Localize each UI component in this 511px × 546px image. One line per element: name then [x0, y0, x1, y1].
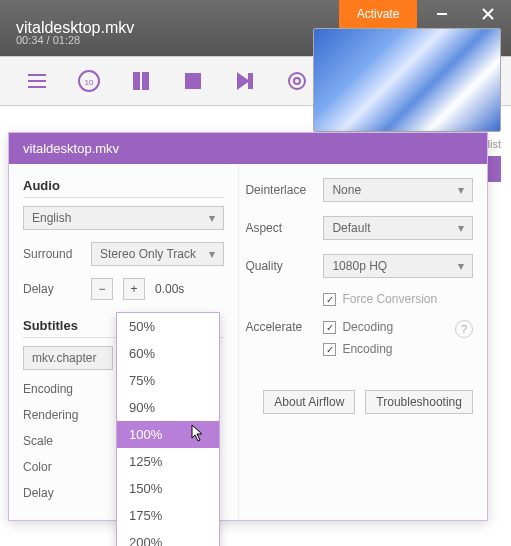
subtitle-delay-label: Delay	[23, 486, 81, 500]
minimize-button[interactable]	[419, 0, 465, 28]
popover-title: vitaldesktop.mkv	[9, 133, 487, 164]
svg-rect-9	[143, 73, 148, 89]
audio-delay-value: 0.00s	[155, 282, 184, 296]
deinterlace-value: None	[332, 183, 361, 197]
decoding-checkbox[interactable]: Decoding	[323, 320, 445, 334]
chevron-down-icon: ▾	[458, 221, 464, 235]
playback-time: 00:34 / 01:28	[16, 34, 80, 46]
activate-button[interactable]: Activate	[339, 0, 417, 28]
force-conversion-label: Force Conversion	[342, 292, 437, 306]
stop-icon[interactable]	[180, 68, 206, 94]
audio-language-select[interactable]: English ▾	[23, 206, 224, 230]
audio-heading: Audio	[23, 178, 224, 198]
quality-label: Quality	[245, 259, 323, 273]
svg-marker-11	[238, 74, 248, 88]
quality-select[interactable]: 1080p HQ ▾	[323, 254, 473, 278]
surround-label: Surround	[23, 247, 81, 261]
svg-point-13	[289, 73, 305, 89]
audio-language-value: English	[32, 211, 71, 225]
aspect-value: Default	[332, 221, 370, 235]
video-thumbnail	[313, 28, 501, 132]
svg-rect-10	[186, 74, 200, 88]
next-icon[interactable]	[232, 68, 258, 94]
encoding-label: Encoding	[342, 342, 392, 356]
scale-label: Scale	[23, 434, 81, 448]
chevron-down-icon: ▾	[209, 211, 215, 225]
svg-rect-12	[249, 74, 252, 88]
aspect-select[interactable]: Default ▾	[323, 216, 473, 240]
audio-delay-label: Delay	[23, 282, 81, 296]
scale-option[interactable]: 75%	[117, 367, 219, 394]
scale-option[interactable]: 50%	[117, 313, 219, 340]
pause-icon[interactable]	[128, 68, 154, 94]
delay-plus-button[interactable]: +	[123, 278, 145, 300]
playlist-icon[interactable]	[24, 68, 50, 94]
delay-minus-button[interactable]: −	[91, 278, 113, 300]
close-button[interactable]	[465, 0, 511, 28]
aspect-label: Aspect	[245, 221, 323, 235]
rendering-label: Rendering	[23, 408, 81, 422]
scale-option[interactable]: 125%	[117, 448, 219, 475]
scale-option[interactable]: 90%	[117, 394, 219, 421]
subtitle-track-select[interactable]: mkv.chapter	[23, 346, 113, 370]
about-button[interactable]: About Airflow	[263, 390, 355, 414]
troubleshooting-button[interactable]: Troubleshooting	[365, 390, 473, 414]
scale-option[interactable]: 60%	[117, 340, 219, 367]
scale-option[interactable]: 200%	[117, 529, 219, 546]
chevron-down-icon: ▾	[458, 183, 464, 197]
svg-text:10: 10	[85, 78, 94, 87]
scale-option[interactable]: 175%	[117, 502, 219, 529]
quality-value: 1080p HQ	[332, 259, 387, 273]
scale-dropdown-menu: 50% 60% 75% 90% 100% 125% 150% 175% 200%	[116, 312, 220, 546]
encoding-checkbox[interactable]: Encoding	[323, 342, 445, 356]
checkbox-icon	[323, 321, 336, 334]
checkbox-icon	[323, 343, 336, 356]
chevron-down-icon: ▾	[458, 259, 464, 273]
rewind-10-icon[interactable]: 10	[76, 68, 102, 94]
settings-popover: vitaldesktop.mkv Audio English ▾ Surroun…	[8, 132, 488, 521]
surround-value: Stereo Only Track	[100, 247, 196, 261]
help-icon[interactable]: ?	[455, 320, 473, 338]
surround-select[interactable]: Stereo Only Track ▾	[91, 242, 224, 266]
cursor-icon	[191, 424, 205, 445]
deinterlace-label: Deinterlace	[245, 183, 323, 197]
encoding-label: Encoding	[23, 382, 81, 396]
accelerate-label: Accelerate	[245, 320, 323, 334]
checkbox-icon	[323, 293, 336, 306]
color-label: Color	[23, 460, 81, 474]
chevron-down-icon: ▾	[209, 247, 215, 261]
scale-option[interactable]: 150%	[117, 475, 219, 502]
subtitle-track-value: mkv.chapter	[32, 351, 96, 365]
decoding-label: Decoding	[342, 320, 393, 334]
settings-gear-icon[interactable]	[284, 68, 310, 94]
svg-rect-8	[134, 73, 139, 89]
deinterlace-select[interactable]: None ▾	[323, 178, 473, 202]
scale-option-selected[interactable]: 100%	[117, 421, 219, 448]
force-conversion-checkbox[interactable]: Force Conversion	[323, 292, 437, 306]
svg-point-14	[294, 78, 300, 84]
scale-option-label: 100%	[129, 427, 162, 442]
svg-marker-17	[192, 425, 202, 441]
